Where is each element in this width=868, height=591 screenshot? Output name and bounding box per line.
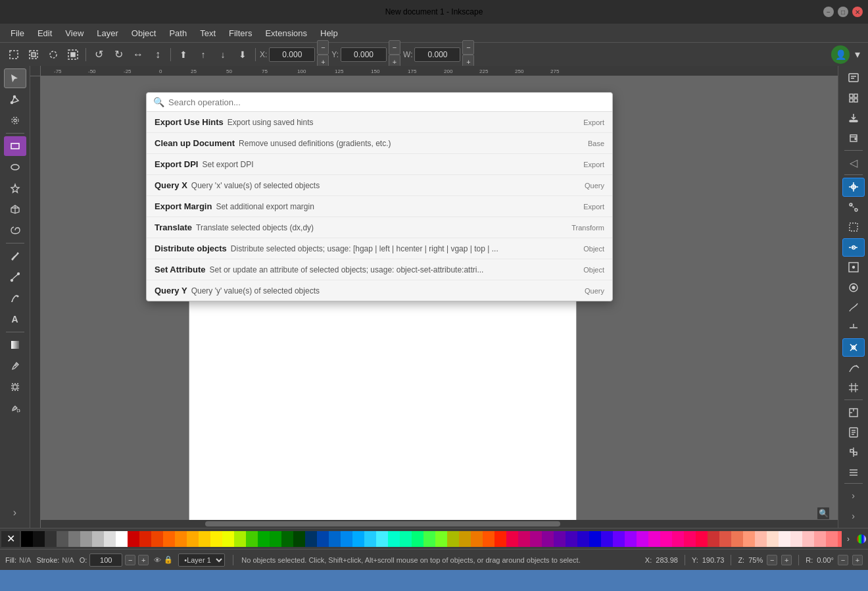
color-swatch[interactable] xyxy=(317,531,329,547)
node-tool-btn[interactable] xyxy=(4,90,26,109)
color-swatch[interactable] xyxy=(554,531,566,547)
panel-collapse-btn[interactable]: › xyxy=(842,486,865,505)
objects-panel-btn[interactable] xyxy=(842,88,865,107)
color-swatch[interactable] xyxy=(341,531,352,547)
rotate-ccw-btn[interactable]: ↺ xyxy=(90,46,107,63)
color-swatch[interactable] xyxy=(542,531,554,547)
color-swatch[interactable] xyxy=(305,531,317,547)
color-swatch[interactable] xyxy=(814,531,826,547)
zoom-plus-btn[interactable]: + xyxy=(781,555,792,565)
color-swatch[interactable] xyxy=(80,531,92,547)
color-swatch[interactable] xyxy=(92,531,104,547)
3dbox-tool-btn[interactable] xyxy=(4,199,26,219)
color-swatch[interactable] xyxy=(139,531,151,547)
color-swatch[interactable] xyxy=(364,531,376,547)
snap-bbox-btn[interactable] xyxy=(842,218,865,236)
pencil-tool-btn[interactable] xyxy=(4,246,26,266)
color-swatch[interactable] xyxy=(128,531,139,547)
color-swatch[interactable] xyxy=(258,531,270,547)
color-swatch[interactable] xyxy=(104,531,116,547)
lock-icon[interactable]: 🔒 xyxy=(164,555,173,564)
color-swatch[interactable] xyxy=(779,531,790,547)
color-swatch[interactable] xyxy=(530,531,542,547)
color-swatch[interactable] xyxy=(293,531,305,547)
color-swatch[interactable] xyxy=(187,531,199,547)
select-all-btn[interactable] xyxy=(5,46,22,63)
w-minus-btn[interactable]: − xyxy=(462,40,474,55)
color-swatch[interactable] xyxy=(708,531,719,547)
command-result-row[interactable]: TranslateTranslate selected objects (dx,… xyxy=(147,217,612,238)
snap-intersection-btn[interactable] xyxy=(842,338,865,357)
menu-view[interactable]: View xyxy=(60,26,89,40)
x-minus-btn[interactable]: − xyxy=(317,40,329,55)
color-swatch[interactable] xyxy=(116,531,128,547)
rotation-minus-btn[interactable]: − xyxy=(838,555,848,565)
lower-btn[interactable]: ↓ xyxy=(214,46,231,63)
menu-filters[interactable]: Filters xyxy=(224,26,257,40)
menu-object[interactable]: Object xyxy=(126,26,162,40)
horizontal-scrollbar-thumb[interactable] xyxy=(205,521,560,527)
to-bottom-btn[interactable]: ⬇ xyxy=(234,46,251,63)
eye-icon[interactable]: 👁 xyxy=(154,556,161,564)
page-btn[interactable] xyxy=(842,423,865,442)
deselect-btn[interactable] xyxy=(45,46,62,63)
invert-sel-btn[interactable] xyxy=(64,46,82,63)
w-input[interactable] xyxy=(414,47,460,62)
layer-selector[interactable]: •Layer 1 xyxy=(178,553,225,567)
dropper-tool-btn[interactable] xyxy=(4,356,26,376)
color-swatch[interactable] xyxy=(684,531,696,547)
command-result-row[interactable]: Set AttributeSet or update an attribute … xyxy=(147,259,612,280)
color-swatch[interactable] xyxy=(270,531,281,547)
text-tool-btn[interactable]: A xyxy=(4,309,26,329)
color-swatch[interactable] xyxy=(33,531,45,547)
color-swatch[interactable] xyxy=(518,531,530,547)
tweak-tool-btn[interactable] xyxy=(4,111,26,130)
user-avatar[interactable]: 👤 xyxy=(831,45,850,64)
color-swatch[interactable] xyxy=(826,531,838,547)
color-swatch[interactable] xyxy=(755,531,767,547)
menu-layer[interactable]: Layer xyxy=(91,26,124,40)
snap-page-btn[interactable] xyxy=(842,258,865,276)
color-swatch[interactable] xyxy=(281,531,293,547)
command-result-row[interactable]: Export MarginSet additional export margi… xyxy=(147,196,612,217)
color-swatch[interactable] xyxy=(672,531,684,547)
star-tool-btn[interactable] xyxy=(4,178,26,198)
color-swatch[interactable] xyxy=(471,531,483,547)
color-swatch[interactable] xyxy=(790,531,802,547)
snap-tangent-btn[interactable] xyxy=(842,358,865,376)
color-swatch[interactable] xyxy=(388,531,400,547)
menu-help[interactable]: Help xyxy=(315,26,343,40)
snap-relative-btn[interactable] xyxy=(842,403,865,421)
zoom-canvas-btn[interactable]: 🔍 xyxy=(817,507,830,520)
color-swatch[interactable] xyxy=(483,531,494,547)
color-swatch[interactable] xyxy=(660,531,672,547)
flip-h-btn[interactable]: ↔ xyxy=(130,46,147,63)
color-swatch[interactable] xyxy=(743,531,755,547)
command-result-row[interactable]: Export DPISet export DPIExport xyxy=(147,154,612,175)
color-swatch[interactable] xyxy=(577,531,589,547)
no-fill-btn[interactable]: ✕ xyxy=(1,531,20,547)
layers-panel-btn[interactable] xyxy=(842,463,865,482)
x-input[interactable] xyxy=(269,47,315,62)
rotate-cw-btn[interactable]: ↻ xyxy=(110,46,127,63)
color-swatch[interactable] xyxy=(625,531,637,547)
color-swatch[interactable] xyxy=(412,531,423,547)
gradient-tool-btn[interactable] xyxy=(4,335,26,355)
select-in-all-btn[interactable] xyxy=(25,46,42,63)
canvas-background[interactable]: 🔍 Export Use HintsExport using saved hin… xyxy=(41,76,838,528)
color-swatch[interactable] xyxy=(329,531,341,547)
color-swatch[interactable] xyxy=(435,531,447,547)
align-panel-btn[interactable] xyxy=(842,443,865,461)
menu-text[interactable]: Text xyxy=(195,26,221,40)
color-swatch[interactable] xyxy=(589,531,601,547)
toolbar-overflow[interactable]: ▾ xyxy=(852,48,863,61)
color-swatch[interactable] xyxy=(163,531,175,547)
menu-file[interactable]: File xyxy=(5,26,30,40)
horizontal-scrollbar[interactable] xyxy=(41,520,838,528)
color-swatch[interactable] xyxy=(57,531,68,547)
raise-btn[interactable]: ↑ xyxy=(195,46,212,63)
transform-tool-btn[interactable] xyxy=(4,377,26,397)
color-swatch[interactable] xyxy=(45,531,57,547)
color-swatch[interactable] xyxy=(68,531,80,547)
color-swatch[interactable] xyxy=(767,531,779,547)
